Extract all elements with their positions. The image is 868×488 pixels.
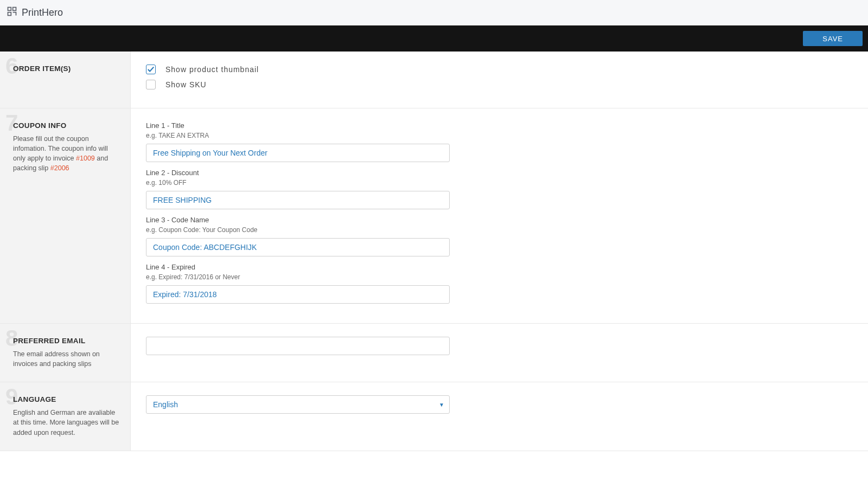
app-logo-icon	[7, 6, 17, 19]
email-input[interactable]	[146, 337, 450, 355]
section-email: 8 PREFERRED EMAIL The email address show…	[0, 324, 868, 382]
coupon-line1-label: Line 1 - Title	[146, 121, 853, 130]
svg-rect-0	[8, 8, 11, 11]
svg-rect-1	[13, 8, 16, 11]
section-email-title: PREFERRED EMAIL	[13, 337, 120, 345]
action-bar: SAVE	[0, 25, 868, 52]
coupon-slip-ref: #2006	[50, 164, 69, 172]
section-email-desc: The email address shown on invoices and …	[13, 349, 120, 369]
coupon-line4-input[interactable]	[146, 285, 450, 304]
coupon-line2-input[interactable]	[146, 191, 450, 209]
app-logo: PrintHero	[7, 6, 63, 19]
section-coupon-desc: Please fill out the coupon infomation. T…	[13, 134, 120, 174]
section-language-title: LANGUAGE	[13, 395, 120, 403]
section-email-side: 8 PREFERRED EMAIL The email address show…	[0, 324, 131, 382]
section-coupon-title: COUPON INFO	[13, 121, 120, 130]
coupon-line3-input[interactable]	[146, 238, 450, 256]
checkbox-show-thumbnail-label: Show product thumbnail	[165, 65, 259, 74]
section-language-main: English ▼	[131, 382, 868, 450]
section-order-items-main: Show product thumbnail Show SKU	[131, 52, 868, 108]
app-name: PrintHero	[22, 7, 63, 18]
checkbox-show-sku[interactable]	[146, 80, 156, 89]
section-coupon-side: 7 COUPON INFO Please fill out the coupon…	[0, 108, 131, 323]
section-language: 9 LANGUAGE English and German are avalia…	[0, 382, 868, 451]
checkbox-show-thumbnail[interactable]	[146, 65, 156, 74]
section-language-side: 9 LANGUAGE English and German are avalia…	[0, 382, 131, 450]
coupon-line4-label: Line 4 - Expired	[146, 263, 853, 271]
section-order-items: 6 ORDER ITEM(S) Show product thumbnail S…	[0, 52, 868, 108]
coupon-line2-hint: e.g. 10% OFF	[146, 179, 853, 187]
section-language-desc: English and German are avaliable at this…	[13, 408, 120, 437]
section-order-items-side: 6 ORDER ITEM(S)	[0, 52, 131, 108]
coupon-line3-label: Line 3 - Code Name	[146, 216, 853, 224]
save-button[interactable]: SAVE	[803, 31, 863, 46]
app-header: PrintHero	[0, 0, 868, 25]
checkbox-show-sku-label: Show SKU	[165, 80, 207, 89]
coupon-line1-input[interactable]	[146, 144, 450, 162]
section-coupon-main: Line 1 - Title e.g. TAKE AN EXTRA Line 2…	[131, 108, 868, 323]
coupon-line3-hint: e.g. Coupon Code: Your Coupon Code	[146, 226, 853, 234]
coupon-line1-hint: e.g. TAKE AN EXTRA	[146, 132, 853, 139]
coupon-line4-hint: e.g. Expired: 7/31/2016 or Never	[146, 273, 853, 281]
section-email-main	[131, 324, 868, 382]
coupon-line2-label: Line 2 - Discount	[146, 169, 853, 177]
section-order-items-title: ORDER ITEM(S)	[13, 65, 120, 73]
coupon-invoice-ref: #1009	[76, 155, 95, 162]
language-select[interactable]: English	[146, 395, 450, 414]
svg-rect-2	[8, 12, 11, 16]
section-coupon: 7 COUPON INFO Please fill out the coupon…	[0, 108, 868, 324]
